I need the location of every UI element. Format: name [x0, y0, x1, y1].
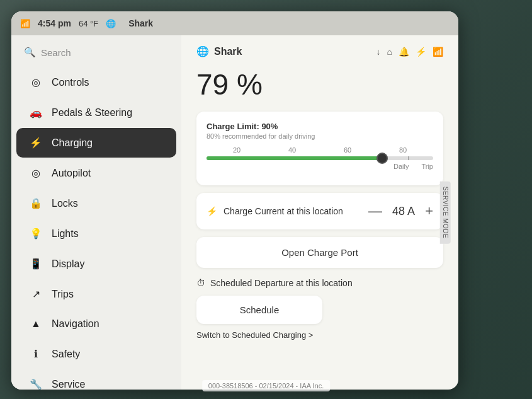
- search-icon: 🔍: [24, 47, 36, 58]
- display-label: Display: [52, 258, 84, 270]
- sidebar-item-display[interactable]: 📱 Display: [16, 249, 176, 279]
- schedule-button[interactable]: Schedule: [196, 296, 322, 324]
- controls-label: Controls: [52, 77, 89, 88]
- sidebar-item-lights[interactable]: 💡 Lights: [16, 219, 176, 248]
- status-bar: 📶 4:54 pm 64 °F 🌐 Shark: [11, 11, 458, 35]
- autopilot-icon: ◎: [29, 167, 43, 179]
- service-icon: 🔧: [29, 378, 43, 390]
- tablet-screen: 📶 4:54 pm 64 °F 🌐 Shark 🔍 Search ◎ Contr…: [11, 11, 458, 390]
- signal-icon: 📶: [433, 47, 443, 57]
- watermark: 000-38518506 - 02/15/2024 - IAA Inc.: [202, 380, 330, 391]
- sidebar: 🔍 Search ◎ Controls 🚗 Pedals & Steering …: [11, 35, 181, 390]
- sidebar-item-pedals[interactable]: 🚗 Pedals & Steering: [16, 98, 176, 127]
- daily-label: Daily: [393, 163, 409, 170]
- locks-label: Locks: [52, 198, 78, 209]
- bluetooth-icon: ⚡: [416, 47, 426, 57]
- sidebar-item-charging[interactable]: ⚡ Charging: [16, 128, 176, 158]
- panel-header: 🌐 Shark ↓ ⌂ 🔔 ⚡ 📶: [196, 45, 443, 57]
- sidebar-item-safety[interactable]: ℹ Safety: [16, 339, 176, 369]
- search-label: Search: [41, 47, 71, 58]
- scheduled-label-text: Scheduled Departure at this location: [210, 278, 353, 288]
- status-time: 4:54 pm: [38, 18, 71, 28]
- sidebar-item-navigation[interactable]: ▲ Navigation: [16, 309, 176, 338]
- right-panel: 🌐 Shark ↓ ⌂ 🔔 ⚡ 📶 79 % Charge Limit:: [181, 35, 458, 357]
- sidebar-item-autopilot[interactable]: ◎ Autopilot: [16, 158, 176, 188]
- pedals-label: Pedals & Steering: [52, 107, 132, 119]
- navigation-icon: ▲: [29, 318, 43, 330]
- increment-button[interactable]: +: [425, 203, 433, 219]
- sidebar-item-trips[interactable]: ↗ Trips: [16, 279, 176, 309]
- wifi-icon: 📶: [20, 19, 30, 28]
- charge-current-card: ⚡ Charge Current at this location — 48 A…: [196, 193, 443, 229]
- controls-icon: ◎: [29, 76, 43, 88]
- sidebar-item-service[interactable]: 🔧 Service: [16, 369, 176, 390]
- scheduled-section: ⏱ Scheduled Departure at this location S…: [196, 278, 443, 340]
- safety-label: Safety: [52, 349, 80, 360]
- current-controls: — 48 A +: [368, 203, 433, 219]
- network-icon: 🌐: [196, 45, 209, 57]
- service-mode-tab: SERVICE MODE: [439, 182, 450, 244]
- slider-fill: [207, 156, 385, 160]
- lights-label: Lights: [52, 228, 79, 240]
- battery-percentage: 79 %: [196, 67, 443, 101]
- slider-thumb[interactable]: [376, 153, 388, 164]
- status-temp: 64 °F: [79, 19, 98, 28]
- switch-to-scheduled-link[interactable]: Switch to Scheduled Charging >: [196, 330, 443, 340]
- open-charge-port-button[interactable]: Open Charge Port: [196, 237, 443, 268]
- marker-80: 80: [399, 146, 407, 154]
- decrement-button[interactable]: —: [368, 203, 382, 219]
- charge-limit-sub: 80% recommended for daily driving: [207, 132, 433, 140]
- network-name-text: Shark: [214, 46, 242, 57]
- bell-icon: 🔔: [399, 47, 409, 57]
- slider-labels: Daily Trip: [207, 163, 433, 170]
- limit-marker: [408, 156, 409, 160]
- car-wifi-icon: 🌐: [106, 19, 116, 28]
- current-label-text: Charge Current at this location: [224, 206, 343, 216]
- sidebar-item-controls[interactable]: ◎ Controls: [16, 67, 176, 97]
- charge-current-label: ⚡ Charge Current at this location: [207, 206, 343, 216]
- current-value: 48 A: [392, 205, 415, 218]
- network-name-header: 🌐 Shark: [196, 45, 242, 57]
- service-label: Service: [52, 379, 85, 390]
- search-bar[interactable]: 🔍 Search: [11, 42, 181, 67]
- trip-label: Trip: [421, 163, 433, 170]
- marker-60: 60: [344, 146, 351, 154]
- marker-40: 40: [288, 146, 296, 154]
- charge-slider-container[interactable]: 20 40 60 80 Daily: [207, 146, 433, 170]
- home-icon: ⌂: [387, 47, 392, 57]
- scheduled-icon: ⏱: [196, 278, 205, 288]
- charge-limit-card: Charge Limit: 90% 80% recommended for da…: [196, 112, 443, 185]
- display-icon: 📱: [29, 258, 43, 270]
- autopilot-label: Autopilot: [52, 168, 91, 179]
- pedals-icon: 🚗: [29, 107, 43, 119]
- slider-markers: 20 40 60 80: [207, 146, 433, 154]
- trips-label: Trips: [52, 289, 74, 300]
- current-icon: ⚡: [207, 206, 217, 216]
- download-icon: ↓: [376, 47, 381, 57]
- scheduled-label: ⏱ Scheduled Departure at this location: [196, 278, 443, 288]
- charge-limit-label: Charge Limit: 90%: [207, 122, 433, 131]
- sidebar-item-locks[interactable]: 🔒 Locks: [16, 188, 176, 218]
- safety-icon: ℹ: [29, 348, 43, 360]
- marker-20: 20: [233, 146, 241, 154]
- charging-icon: ⚡: [29, 137, 43, 149]
- charging-label: Charging: [52, 137, 93, 149]
- navigation-label: Navigation: [52, 318, 99, 330]
- slider-track[interactable]: [207, 156, 433, 160]
- status-car-name: Shark: [128, 18, 153, 28]
- lights-icon: 💡: [29, 228, 43, 240]
- trips-icon: ↗: [29, 288, 43, 300]
- status-icons: ↓ ⌂ 🔔 ⚡ 📶: [376, 47, 443, 57]
- locks-icon: 🔒: [29, 197, 43, 209]
